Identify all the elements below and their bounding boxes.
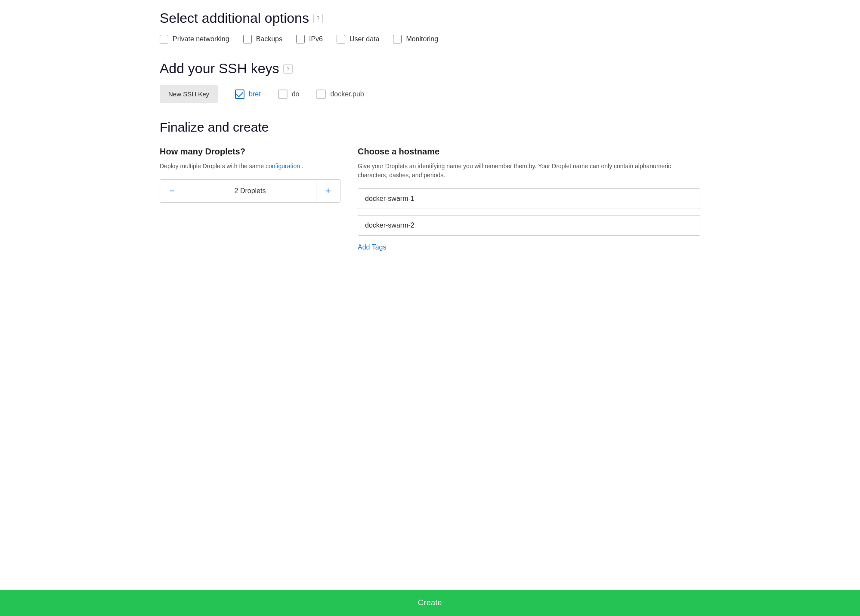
ssh-keys-title-text: Add your SSH keys	[160, 61, 279, 77]
private-networking-label: Private networking	[173, 35, 229, 43]
hostname-col-title: Choose a hostname	[358, 147, 700, 157]
ipv6-checkbox[interactable]	[296, 35, 305, 43]
additional-options-checkboxes: Private networking Backups IPv6 User dat…	[160, 35, 700, 43]
ssh-key-do-checkbox[interactable]	[278, 89, 288, 99]
hostname-input-1[interactable]	[358, 188, 700, 209]
droplets-description-text: Deploy multiple Droplets with the same	[160, 163, 264, 169]
ssh-key-docker-pub-label: docker.pub	[330, 90, 364, 98]
backups-label: Backups	[256, 35, 282, 43]
hostname-col-description: Give your Droplets an identifying name y…	[358, 162, 700, 180]
hostname-input-2[interactable]	[358, 215, 700, 236]
droplet-count-display: 2 Droplets	[184, 181, 316, 201]
ssh-keys-help-icon[interactable]: ?	[283, 64, 293, 74]
hostname-column: Choose a hostname Give your Droplets an …	[358, 147, 700, 251]
add-tags-link[interactable]: Add Tags	[358, 243, 386, 251]
droplet-counter: − 2 Droplets +	[160, 179, 340, 203]
monitoring-checkbox[interactable]	[393, 35, 402, 43]
create-button[interactable]: Create	[0, 590, 860, 616]
create-bar: Create	[0, 590, 860, 616]
user-data-checkbox[interactable]	[337, 35, 345, 43]
configuration-link[interactable]: configuration	[266, 163, 300, 169]
decrement-droplets-button[interactable]: −	[160, 180, 184, 202]
checkbox-ipv6[interactable]: IPv6	[296, 35, 323, 43]
finalize-section: Finalize and create How many Droplets? D…	[160, 120, 700, 251]
ssh-keys-row: New SSH Key bret do docker.pub	[160, 85, 700, 103]
backups-checkbox[interactable]	[243, 35, 252, 43]
additional-options-title: Select additional options ?	[160, 10, 700, 26]
ssh-key-bret[interactable]: bret	[235, 89, 261, 99]
increment-droplets-button[interactable]: +	[316, 180, 340, 202]
droplets-col-description: Deploy multiple Droplets with the same c…	[160, 162, 340, 171]
ssh-key-bret-label: bret	[249, 90, 261, 98]
ssh-key-docker-pub[interactable]: docker.pub	[316, 89, 364, 99]
additional-options-help-icon[interactable]: ?	[313, 14, 323, 23]
ssh-key-do[interactable]: do	[278, 89, 300, 99]
ssh-key-bret-checkbox[interactable]	[235, 89, 244, 99]
ssh-keys-title: Add your SSH keys ?	[160, 61, 700, 77]
droplets-col-title: How many Droplets?	[160, 147, 340, 157]
finalize-title: Finalize and create	[160, 120, 700, 135]
ipv6-label: IPv6	[309, 35, 323, 43]
droplets-column: How many Droplets? Deploy multiple Dropl…	[160, 147, 340, 203]
checkbox-backups[interactable]: Backups	[243, 35, 282, 43]
finalize-columns: How many Droplets? Deploy multiple Dropl…	[160, 147, 700, 251]
monitoring-label: Monitoring	[406, 35, 438, 43]
new-ssh-key-button[interactable]: New SSH Key	[160, 85, 218, 103]
checkbox-user-data[interactable]: User data	[337, 35, 379, 43]
checkbox-private-networking[interactable]: Private networking	[160, 35, 229, 43]
additional-options-title-text: Select additional options	[160, 10, 309, 26]
droplets-description-period: .	[302, 163, 303, 169]
additional-options-section: Select additional options ? Private netw…	[160, 10, 700, 43]
ssh-key-do-label: do	[292, 90, 300, 98]
user-data-label: User data	[350, 35, 379, 43]
checkbox-monitoring[interactable]: Monitoring	[393, 35, 438, 43]
ssh-key-docker-pub-checkbox[interactable]	[316, 89, 326, 99]
ssh-keys-section: Add your SSH keys ? New SSH Key bret do …	[160, 61, 700, 103]
private-networking-checkbox[interactable]	[160, 35, 168, 43]
